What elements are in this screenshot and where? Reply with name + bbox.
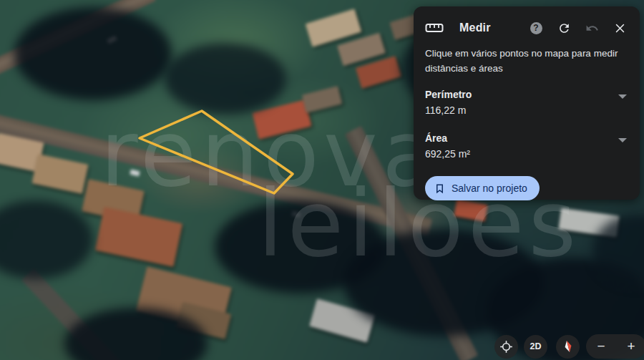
close-panel-button[interactable] xyxy=(611,19,628,37)
area-label: Área xyxy=(425,132,628,145)
compass-needle-icon xyxy=(559,338,576,355)
perimeter-label: Perímetro xyxy=(425,88,628,102)
ruler-icon xyxy=(425,21,444,35)
zoom-in-button[interactable]: + xyxy=(616,334,644,359)
refresh-icon xyxy=(557,21,571,35)
undo-icon xyxy=(585,21,599,35)
measure-panel-header: Medir ? xyxy=(425,16,628,39)
map-controls: 2D − + xyxy=(494,334,644,359)
measure-instructions: Clique em vários pontos no mapa para med… xyxy=(425,46,627,76)
zoom-out-button[interactable]: − xyxy=(586,334,616,359)
save-to-project-button[interactable]: Salvar no projeto xyxy=(425,176,540,200)
area-metric: Área 692,25 m² xyxy=(425,132,628,161)
area-value: 692,25 m² xyxy=(425,147,628,161)
2d-mode-button[interactable]: 2D xyxy=(524,335,547,359)
panel-header-actions: ? xyxy=(527,19,628,37)
measurement-polygon-shape xyxy=(140,111,293,193)
compass-button[interactable] xyxy=(556,335,580,359)
close-icon xyxy=(614,22,626,34)
save-button-label: Salvar no projeto xyxy=(452,183,527,194)
my-location-icon xyxy=(499,340,513,354)
perimeter-metric: Perímetro 116,22 m xyxy=(425,88,628,117)
my-location-button[interactable] xyxy=(494,335,518,359)
zoom-control: − + xyxy=(586,334,644,359)
area-expand-caret-icon[interactable] xyxy=(618,138,627,142)
measure-panel: Medir ? xyxy=(414,6,640,200)
2d-mode-label: 2D xyxy=(530,341,542,351)
google-earth-window: renova leilões Medir ? xyxy=(0,0,644,360)
undo-button[interactable] xyxy=(583,19,600,37)
panel-title: Medir xyxy=(459,21,491,34)
perimeter-expand-caret-icon[interactable] xyxy=(618,94,627,99)
help-button[interactable]: ? xyxy=(527,19,545,37)
restart-measurement-button[interactable] xyxy=(555,19,572,37)
bookmark-icon xyxy=(434,183,445,195)
help-icon: ? xyxy=(530,22,542,34)
perimeter-value: 116,22 m xyxy=(425,103,628,117)
